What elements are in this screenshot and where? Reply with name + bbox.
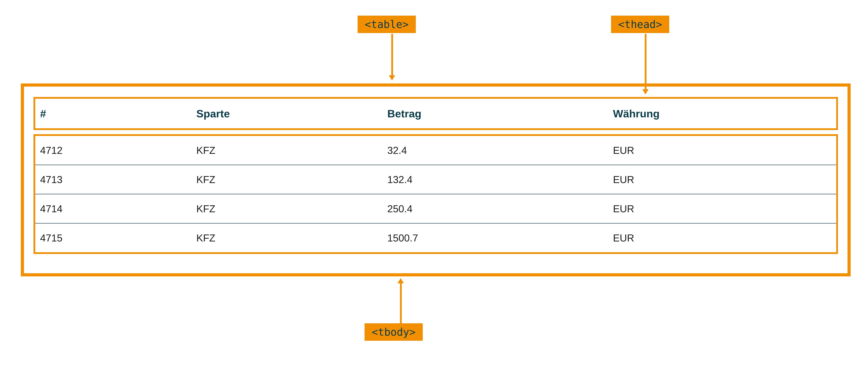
td-waehrung: EUR bbox=[613, 144, 831, 156]
table-row: 4713 KFZ 132.4 EUR bbox=[35, 165, 836, 194]
table-row: 4715 KFZ 1500.7 EUR bbox=[35, 223, 836, 252]
table-row: 4712 KFZ 32.4 EUR bbox=[35, 136, 836, 165]
callout-table-tag: <table> bbox=[358, 16, 416, 33]
th-waehrung: Währung bbox=[613, 108, 831, 120]
td-id: 4712 bbox=[40, 144, 196, 156]
td-id: 4713 bbox=[40, 174, 196, 185]
callout-thead-tag: <thead> bbox=[611, 16, 669, 33]
callout-tbody-tag: <tbody> bbox=[365, 323, 423, 341]
table-header-row: # Sparte Betrag Währung bbox=[35, 99, 836, 128]
th-id: # bbox=[40, 108, 196, 120]
thead-outline: # Sparte Betrag Währung bbox=[33, 97, 838, 130]
td-waehrung: EUR bbox=[613, 232, 831, 244]
td-id: 4715 bbox=[40, 232, 196, 244]
table-row: 4714 KFZ 250.4 EUR bbox=[35, 194, 836, 223]
td-sparte: KFZ bbox=[196, 232, 387, 244]
th-betrag: Betrag bbox=[387, 108, 613, 120]
td-id: 4714 bbox=[40, 203, 196, 214]
td-waehrung: EUR bbox=[613, 203, 831, 214]
tbody-outline: 4712 KFZ 32.4 EUR 4713 KFZ 132.4 EUR 471… bbox=[33, 134, 838, 254]
td-sparte: KFZ bbox=[196, 144, 387, 156]
td-sparte: KFZ bbox=[196, 203, 387, 214]
arrow-tbody-icon bbox=[398, 278, 404, 323]
td-waehrung: EUR bbox=[613, 174, 831, 185]
td-betrag: 1500.7 bbox=[387, 232, 613, 244]
arrow-table-icon bbox=[389, 34, 396, 81]
td-betrag: 250.4 bbox=[387, 203, 613, 214]
td-betrag: 32.4 bbox=[387, 144, 613, 156]
td-betrag: 132.4 bbox=[387, 174, 613, 185]
th-sparte: Sparte bbox=[196, 108, 387, 120]
table-outline: # Sparte Betrag Währung 4712 KFZ 32.4 EU… bbox=[21, 83, 850, 277]
td-sparte: KFZ bbox=[196, 174, 387, 185]
